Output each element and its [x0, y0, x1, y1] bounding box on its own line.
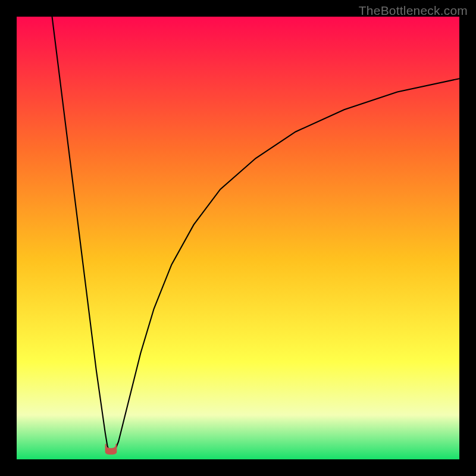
right-curve: [114, 79, 459, 453]
left-curve: [52, 17, 110, 453]
chart-frame: TheBottleneck.com: [0, 0, 476, 476]
watermark-label: TheBottleneck.com: [359, 4, 468, 18]
curve-layer: [17, 17, 459, 459]
plot-area: [17, 17, 459, 459]
